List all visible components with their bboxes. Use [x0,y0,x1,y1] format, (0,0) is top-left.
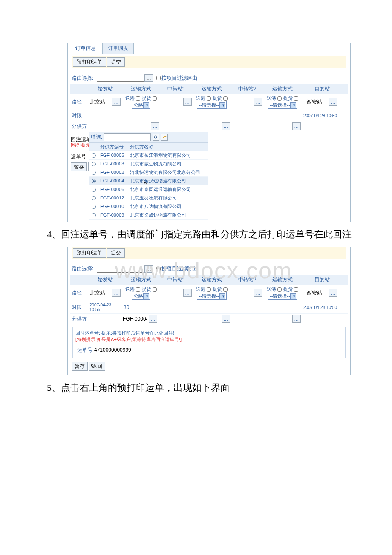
route-select-lookup[interactable]: … [144,74,153,82]
tab-order-info[interactable]: 订单信息 [70,43,101,54]
vendor-filter-input[interactable] [104,133,151,141]
time2-m2[interactable] [199,304,225,311]
lbl2-supplier: 分供方 [70,315,89,323]
submit-button[interactable]: 提交 [107,57,125,67]
back-button-2[interactable]: 返回 [89,362,105,371]
vendor-row[interactable]: FGF-00005北京市长江浪潮物流有限公司 [89,151,208,159]
supplier2-3-input[interactable] [264,315,290,323]
save-button-2[interactable]: 暂存 [72,362,88,371]
chk2-th2[interactable] [223,287,228,292]
supplier2-1-input[interactable] [123,315,147,323]
tab-order-dispatch[interactable]: 订单调度 [102,43,134,54]
filter-by-project-checkbox-2[interactable] [156,267,161,271]
supplier-3-lookup[interactable]: … [292,122,301,130]
time-t2-input[interactable] [234,112,260,119]
transfer1-lookup-2[interactable]: … [183,289,192,297]
chk2-sg2[interactable] [207,287,211,292]
supplier-1-input[interactable] [123,123,148,130]
lbl-tihuo-3: 提货 [283,95,293,101]
vendor-radio[interactable] [92,196,96,200]
filter-by-project-checkbox[interactable] [156,76,161,80]
transfer2-input-2[interactable] [232,289,251,297]
vendor-row[interactable]: FGF-00010北京市八达物流有限公司 [89,202,208,211]
time-m1-input[interactable] [128,112,154,119]
start-station-input-2[interactable] [90,289,110,297]
preprint-button[interactable]: 预打印运单 [73,57,106,67]
transfer2-lookup[interactable]: … [254,98,262,106]
clear-icon[interactable] [161,134,168,141]
route-select-lookup-2[interactable]: … [144,265,153,273]
chk-songgang-2[interactable] [207,96,211,101]
supplier2-2-lookup[interactable]: … [222,315,230,323]
route-select-input-2[interactable] [97,265,144,273]
chk-tihuo-3[interactable] [294,96,298,101]
start-station-input[interactable] [90,98,110,106]
time-m3-input[interactable] [270,112,295,119]
vendor-radio[interactable] [92,213,96,217]
method-select2-2[interactable]: --请选择-- [197,292,227,300]
chk-tihuo-1[interactable] [153,96,157,101]
chk-songgang-1[interactable] [136,96,140,101]
supplier2-2-input[interactable] [193,315,219,323]
method-select-3[interactable]: --请选择-- [268,101,297,109]
waybill-input[interactable] [94,347,145,354]
supplier2-1-lookup[interactable]: … [149,315,157,323]
notes: 回注运单号: 提示:将预打印后运单号在此处回注! [特别提示:如果是A+级客户,… [72,327,346,358]
hdr2-m3: 运输方式 [263,275,302,285]
doc-step4: 4、回注运单号，由调度部门指定完路由和分供方之后打印运单号在此回注 [47,227,354,242]
time-t1-input[interactable] [164,112,189,119]
chk2-sg1[interactable] [136,287,140,292]
dest-station-input[interactable] [307,98,326,106]
save-button[interactable]: 暂存 [71,162,87,171]
transfer1-lookup[interactable]: … [183,98,192,106]
lbl2-sg2: 送港 [196,286,205,292]
start-lookup-2[interactable]: … [112,289,121,297]
supplier-1-lookup[interactable]: … [151,122,159,130]
dest-lookup[interactable]: … [329,98,337,106]
supplier-2-lookup[interactable]: … [222,122,230,130]
dest-station-input-2[interactable] [307,289,326,297]
supplier-2-input[interactable] [193,123,219,130]
chk-tihuo-2[interactable] [223,96,228,101]
hdr-transfer2: 中转站2 [231,84,263,94]
search-icon[interactable] [153,134,159,141]
time2-m3[interactable] [270,304,295,311]
vendor-table: 分供方编号 分供方名称 FGF-00005北京市长江浪潮物流有限公司FGF-00… [89,143,208,220]
time-m2-input[interactable] [199,112,225,119]
vendor-radio[interactable] [92,205,96,209]
supplier-3-input[interactable] [264,123,290,130]
vendor-row[interactable]: FGF-00006北京市京圆运通运输有限公司 [89,185,208,194]
chk2-th3[interactable] [294,287,298,292]
chk2-sg3[interactable] [277,287,282,292]
vendor-row[interactable]: FGF-00002河北快运物流有限公司北京分公司 [89,168,208,176]
vendor-row[interactable]: FGF-00009北京市义成达物流有限公司 [89,211,208,219]
transfer2-lookup-2[interactable]: … [254,289,262,297]
chk2-th1[interactable] [153,287,157,292]
vendor-row[interactable]: FGF-00004北京市金汉达物流有限公司 [89,176,208,185]
transfer1-input-2[interactable] [161,289,181,297]
vendor-radio[interactable] [92,171,96,175]
submit-button-2[interactable]: 提交 [107,248,125,258]
vendor-radio[interactable] [92,153,96,158]
method-select2-1[interactable]: 公略 [132,292,150,300]
chk-songgang-3[interactable] [277,96,282,101]
supplier2-3-lookup[interactable]: … [292,315,301,323]
vendor-radio[interactable] [92,179,96,183]
lbl2-th1: 提货 [142,286,151,292]
vendor-row[interactable]: FGF-00012北京玉羽物流有限公司 [89,194,208,202]
vendor-row[interactable]: FGF-00003北京市威远物流有限公司 [89,159,208,168]
vendor-radio[interactable] [92,188,96,192]
time2-t1[interactable] [164,304,189,311]
vendor-radio[interactable] [92,162,96,166]
time2-t2[interactable] [234,304,260,311]
method-select2-3[interactable]: --请选择-- [268,292,297,300]
method-select-2[interactable]: --请选择-- [197,101,227,109]
route-select-input[interactable] [97,74,144,82]
preprint-button-2[interactable]: 预打印运单 [73,248,106,258]
method-select-1[interactable]: 公略 [132,101,150,109]
transfer1-input[interactable] [161,98,181,106]
start-lookup[interactable]: … [112,98,121,106]
transfer2-input[interactable] [232,98,251,106]
time-start-input[interactable] [92,112,118,119]
dest-lookup-2[interactable]: … [329,289,337,297]
